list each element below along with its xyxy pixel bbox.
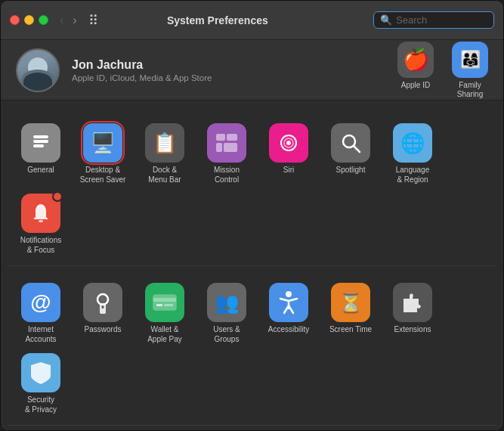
svg-rect-5 bbox=[216, 143, 222, 152]
svg-rect-16 bbox=[153, 295, 176, 310]
pref-screen-time[interactable]: ⏳ Screen Time bbox=[320, 278, 382, 349]
svg-rect-18 bbox=[156, 304, 162, 306]
family-sharing-button[interactable]: 👨‍👩‍👧 FamilySharing bbox=[452, 42, 488, 99]
search-input[interactable] bbox=[396, 14, 487, 26]
security-privacy-icon bbox=[21, 353, 60, 392]
pref-language-region[interactable]: 🌐 Language& Region bbox=[382, 119, 444, 189]
svg-point-9 bbox=[286, 141, 291, 145]
prefs-grid: General 🖥️ Desktop &Screen Saver 📋 Dock … bbox=[1, 101, 503, 430]
language-region-icon: 🌐 bbox=[393, 123, 432, 163]
pref-passwords[interactable]: Passwords bbox=[72, 278, 134, 349]
spotlight-label: Spotlight bbox=[336, 166, 366, 175]
screen-time-label: Screen Time bbox=[329, 325, 372, 335]
mission-control-icon bbox=[207, 123, 246, 163]
internet-accounts-icon: @ bbox=[21, 283, 60, 322]
notification-badge bbox=[52, 191, 63, 202]
general-label: General bbox=[27, 166, 54, 175]
search-bar[interactable]: 🔍 bbox=[373, 11, 494, 29]
svg-point-13 bbox=[97, 294, 108, 305]
traffic-lights bbox=[10, 15, 48, 25]
siri-icon bbox=[269, 123, 308, 163]
wallet-applepay-icon bbox=[145, 283, 184, 322]
pref-internet-accounts[interactable]: @ InternetAccounts bbox=[10, 278, 72, 349]
apple-id-button[interactable]: 🍎 Apple ID bbox=[397, 42, 434, 99]
pref-spotlight[interactable]: Spotlight bbox=[320, 119, 382, 189]
minimize-button[interactable] bbox=[24, 15, 34, 25]
pref-general[interactable]: General bbox=[10, 119, 72, 189]
security-privacy-label: Security& Privacy bbox=[25, 395, 57, 414]
desktop-screensaver-icon: 🖥️ bbox=[83, 123, 122, 163]
profile-row: Jon Jachura Apple ID, iCloud, Media & Ap… bbox=[1, 40, 503, 101]
system-preferences-window: ‹ › ⠿ System Preferences 🔍 Jon Jachura A… bbox=[0, 0, 504, 431]
avatar[interactable] bbox=[16, 48, 60, 92]
apple-id-label: Apple ID bbox=[401, 81, 430, 90]
pref-wallet-applepay[interactable]: Wallet &Apple Pay bbox=[134, 278, 196, 349]
users-groups-icon: 👥 bbox=[207, 283, 246, 322]
svg-rect-4 bbox=[227, 134, 237, 141]
pref-security-privacy[interactable]: Security& Privacy bbox=[10, 349, 72, 419]
passwords-icon bbox=[83, 283, 122, 322]
extensions-label: Extensions bbox=[394, 325, 431, 335]
window-title: System Preferences bbox=[62, 14, 373, 26]
dock-menubar-label: Dock &Menu Bar bbox=[148, 166, 181, 184]
svg-rect-19 bbox=[164, 304, 173, 306]
pref-accessibility[interactable]: Accessibility bbox=[258, 278, 320, 349]
pref-users-groups[interactable]: 👥 Users &Groups bbox=[196, 278, 258, 349]
profile-name: Jon Jachura bbox=[72, 58, 385, 72]
search-icon: 🔍 bbox=[380, 14, 392, 26]
passwords-label: Passwords bbox=[85, 325, 122, 335]
profile-info: Jon Jachura Apple ID, iCloud, Media & Ap… bbox=[72, 58, 385, 82]
accessibility-icon bbox=[269, 283, 308, 322]
screen-time-icon: ⏳ bbox=[331, 283, 370, 322]
pref-notifications-focus[interactable]: Notifications& Focus bbox=[10, 189, 72, 259]
svg-point-20 bbox=[286, 291, 292, 297]
svg-rect-1 bbox=[33, 140, 48, 143]
apple-id-icon: 🍎 bbox=[397, 42, 434, 78]
family-sharing-icon: 👨‍👩‍👧 bbox=[452, 42, 488, 78]
section-1: General 🖥️ Desktop &Screen Saver 📋 Dock … bbox=[7, 113, 497, 266]
users-groups-label: Users &Groups bbox=[213, 325, 240, 344]
svg-rect-3 bbox=[216, 134, 225, 141]
pref-desktop-screensaver[interactable]: 🖥️ Desktop &Screen Saver bbox=[72, 119, 134, 189]
mission-control-label: MissionControl bbox=[214, 166, 240, 184]
desktop-screensaver-label: Desktop &Screen Saver bbox=[80, 166, 126, 184]
maximize-button[interactable] bbox=[39, 15, 48, 25]
internet-accounts-label: InternetAccounts bbox=[25, 325, 56, 344]
svg-line-11 bbox=[354, 146, 360, 152]
profile-actions: 🍎 Apple ID 👨‍👩‍👧 FamilySharing bbox=[397, 42, 488, 99]
close-button[interactable] bbox=[10, 15, 20, 25]
svg-rect-12 bbox=[39, 220, 43, 222]
wallet-applepay-label: Wallet &Apple Pay bbox=[147, 325, 182, 344]
pref-extensions[interactable]: Extensions bbox=[382, 278, 444, 349]
general-icon bbox=[21, 123, 60, 163]
svg-rect-6 bbox=[224, 143, 237, 152]
spotlight-icon bbox=[331, 123, 370, 163]
pref-dock-menubar[interactable]: 📋 Dock &Menu Bar bbox=[134, 119, 196, 189]
titlebar: ‹ › ⠿ System Preferences 🔍 bbox=[1, 1, 503, 40]
pref-siri[interactable]: Siri bbox=[258, 119, 320, 189]
family-sharing-label: FamilySharing bbox=[457, 81, 483, 99]
extensions-icon bbox=[393, 283, 432, 322]
notifications-focus-icon bbox=[21, 194, 60, 233]
section-2: @ InternetAccounts Passwords bbox=[7, 272, 497, 426]
notifications-focus-label: Notifications& Focus bbox=[20, 236, 61, 255]
svg-rect-0 bbox=[33, 135, 48, 138]
svg-rect-2 bbox=[33, 144, 44, 147]
svg-rect-15 bbox=[102, 305, 104, 309]
dock-menubar-icon: 📋 bbox=[145, 123, 184, 163]
accessibility-label: Accessibility bbox=[268, 325, 309, 335]
language-region-label: Language& Region bbox=[396, 166, 430, 184]
svg-rect-17 bbox=[153, 298, 176, 302]
profile-subtitle: Apple ID, iCloud, Media & App Store bbox=[72, 73, 385, 82]
pref-mission-control[interactable]: MissionControl bbox=[196, 119, 258, 189]
siri-label: Siri bbox=[283, 166, 294, 175]
